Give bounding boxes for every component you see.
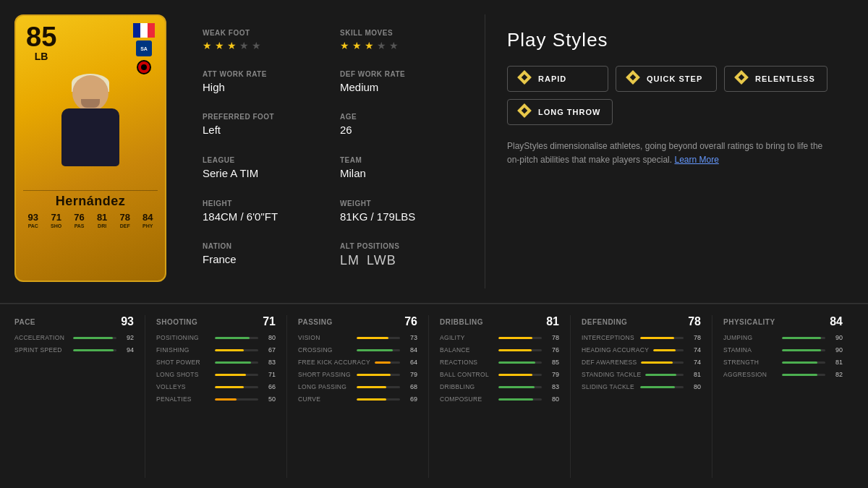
stat-bar: [645, 374, 676, 376]
stat-bar-container: [641, 361, 684, 364]
stat-name: REACTIONS: [440, 359, 494, 366]
stat-bar-container: [498, 374, 542, 376]
stat-bar-container: [215, 337, 258, 339]
alt-pos-lwb: LWB: [367, 253, 396, 268]
stat-bar: [640, 386, 675, 388]
stat-num: 90: [830, 346, 843, 354]
stat-row: VOLLEYS 66: [156, 383, 276, 390]
stat-row: BALL CONTROL 79: [440, 371, 559, 378]
cat-value-shooting: 71: [263, 315, 276, 328]
alt-pos-lm: LM: [340, 253, 359, 268]
stat-name: AGGRESSION: [723, 371, 778, 378]
att-work-rate-label: ATT WORK RATE: [203, 70, 311, 78]
stat-name: POSITIONING: [156, 334, 210, 341]
stat-num: 90: [830, 334, 843, 341]
stat-bar: [357, 398, 386, 401]
play-style-relentless: RELENTLESS: [724, 66, 827, 92]
stat-bar: [73, 337, 113, 339]
stat-name: LONG PASSING: [298, 383, 352, 390]
quick-step-label: QUICK STEP: [647, 74, 702, 83]
stat-num: 69: [404, 395, 417, 403]
cat-value-dribbling: 81: [546, 315, 559, 328]
stat-num: 50: [263, 395, 276, 403]
stat-row: LONG PASSING 68: [298, 383, 417, 390]
stat-category-pace: PACE 93 ACCELERATION 92 SPRINT SPEED 94: [14, 315, 145, 478]
stat-num: 79: [404, 371, 417, 378]
rapid-label: RAPID: [538, 74, 566, 83]
dri-label: DRI: [98, 223, 106, 228]
play-style-long-throw: LONG THROW: [507, 99, 613, 125]
stat-bar-container: [498, 349, 542, 351]
stat-bar: [498, 361, 535, 364]
rapid-icon: [519, 72, 532, 85]
stat-name: PENALTIES: [156, 395, 210, 403]
weak-foot-label: WEAK FOOT: [203, 29, 311, 37]
stat-bar-container: [215, 361, 258, 364]
stat-bar-container: [498, 386, 542, 388]
stat-bar-container: [73, 349, 116, 351]
stat-bar: [215, 337, 250, 339]
stat-bar-container: [357, 337, 400, 339]
pac-value: 93: [28, 212, 38, 223]
stat-row: SLIDING TACKLE 80: [582, 383, 701, 390]
stat-bar-container: [782, 374, 825, 376]
nation-label: NATION: [203, 242, 311, 250]
stat-bar: [782, 337, 821, 339]
stat-num: 80: [546, 395, 559, 403]
stat-bar: [215, 398, 237, 401]
stat-num: 92: [121, 334, 134, 341]
stat-bar: [215, 374, 246, 376]
stat-name: STAMINA: [723, 346, 778, 354]
alt-positions-label: ALT POSITIONS: [340, 242, 448, 250]
stat-num: 78: [546, 334, 559, 341]
def-label: DEF: [120, 223, 130, 228]
stat-row: JUMPING 90: [723, 334, 843, 341]
stat-row: POSITIONING 80: [156, 334, 276, 341]
stat-bar: [641, 361, 672, 364]
learn-more-link[interactable]: Learn More: [674, 155, 718, 165]
stat-category-defending: DEFENDING 78 INTERCEPTIONS 78 HEADING AC…: [571, 315, 712, 478]
stat-row: CURVE 69: [298, 395, 417, 403]
card-stats-row: 93 PAC 71 SHO 76 PAS 81 DRI 78 DEF 84 PH…: [16, 209, 165, 234]
stat-name: AGILITY: [440, 334, 494, 341]
stat-name: VISION: [298, 334, 352, 341]
france-flag: [133, 23, 155, 38]
cat-value-physicality: 84: [830, 315, 843, 328]
stat-category-shooting: SHOOTING 71 POSITIONING 80 FINISHING 67 …: [145, 315, 287, 478]
play-styles-title: Play Styles: [507, 29, 832, 51]
stat-bar-container: [357, 398, 400, 401]
stat-name: LONG SHOTS: [156, 371, 210, 378]
stat-bar: [782, 361, 817, 364]
stat-name: CROSSING: [298, 346, 352, 354]
stat-bar-container: [375, 361, 400, 364]
stat-bar: [782, 349, 821, 351]
league-label: LEAGUE: [203, 156, 311, 164]
stat-row: STANDING TACKLE 81: [582, 371, 701, 378]
cat-name-passing: PASSING: [298, 318, 333, 326]
player-image: [29, 72, 152, 187]
stat-num: 64: [404, 359, 417, 366]
stat-category-physicality: PHYSICALITY 84 JUMPING 90 STAMINA 90 STR…: [712, 315, 854, 478]
stat-num: 76: [546, 346, 559, 354]
stat-name: INTERCEPTIONS: [582, 334, 636, 341]
phy-value: 84: [142, 212, 153, 223]
sho-label: SHO: [51, 223, 61, 228]
stat-num: 80: [688, 383, 701, 390]
alt-positions-value: LM LWB: [340, 253, 448, 268]
weight-label: WEIGHT: [340, 200, 448, 207]
stat-bar: [782, 374, 817, 376]
stat-name: VOLLEYS: [156, 383, 210, 390]
play-styles-section: Play Styles RAPID QUICK STEP RELENTLESS: [485, 14, 854, 288]
stat-num: 78: [688, 334, 701, 341]
skill-moves-stars: ★ ★ ★ ★ ★: [340, 40, 448, 50]
stat-bar-container: [215, 349, 258, 351]
stat-row: FREE KICK ACCURACY 64: [298, 359, 417, 366]
player-info: WEAK FOOT ★ ★ ★ ★ ★ SKILL MOVES ★ ★ ★ ★ …: [188, 14, 463, 288]
height-label: HEIGHT: [203, 200, 311, 207]
age-label: AGE: [340, 113, 448, 121]
stat-row: STRENGTH 81: [723, 359, 843, 366]
stat-num: 83: [263, 359, 276, 366]
stat-row: DEF AWARENESS 74: [582, 359, 701, 366]
stat-num: 67: [263, 346, 276, 354]
skill-moves-label: SKILL MOVES: [340, 29, 448, 37]
